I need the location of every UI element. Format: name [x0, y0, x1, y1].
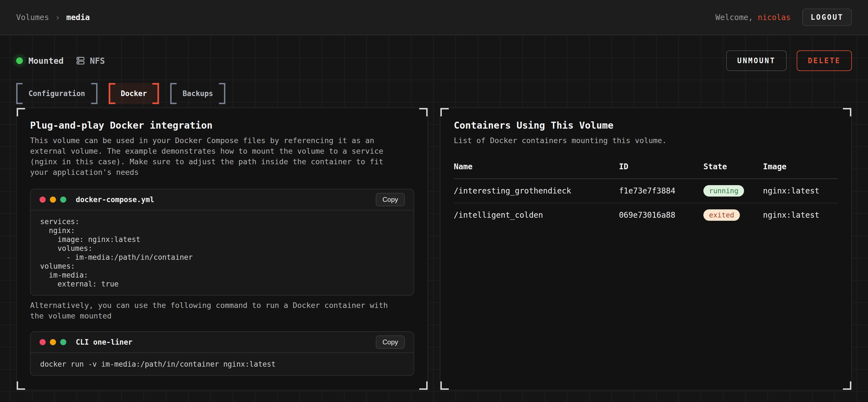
nfs-label: NFS: [90, 56, 105, 66]
containers-panel: Containers Using This Volume List of Doc…: [440, 107, 852, 390]
container-state-badge: running: [703, 185, 744, 197]
panel-corner-mark: [419, 381, 428, 390]
panel-corner-mark: [16, 107, 25, 116]
volume-actions: UNMOUNT DELETE: [726, 51, 852, 71]
username: nicolas: [758, 13, 790, 22]
container-name: /intelligent_colden: [454, 203, 619, 227]
copy-cli-button[interactable]: Copy: [376, 335, 405, 349]
containers-panel-title: Containers Using This Volume: [454, 120, 838, 131]
table-header-row: Name ID State Image: [454, 162, 838, 179]
main-content: Mounted NFS UNMOUNT DELETE Configuration…: [0, 49, 868, 390]
panel-corner-mark: [843, 107, 852, 116]
traffic-light-amber-icon: [50, 339, 56, 345]
panel-corner-mark: [440, 381, 449, 390]
breadcrumb-volumes-link[interactable]: Volumes: [16, 13, 49, 22]
compose-code-header: docker-compose.yml Copy: [31, 189, 414, 210]
container-name: /interesting_grothendieck: [454, 179, 619, 203]
panel-corner-mark: [440, 107, 449, 116]
panel-corner-mark: [419, 107, 428, 116]
tab-docker[interactable]: Docker: [108, 83, 159, 104]
logout-button[interactable]: LOGOUT: [802, 9, 852, 26]
mounted-status: Mounted: [16, 56, 63, 66]
container-id: f1e73e7f3884: [619, 179, 703, 203]
table-row: /intelligent_colden 069e73016a88 exited …: [454, 203, 838, 227]
container-image: nginx:latest: [763, 203, 838, 227]
panel-corner-mark: [843, 381, 852, 390]
status-row: Mounted NFS UNMOUNT DELETE: [16, 49, 852, 72]
panel-corner-mark: [16, 381, 25, 390]
traffic-light-green-icon: [60, 197, 66, 203]
unmount-button[interactable]: UNMOUNT: [726, 51, 787, 71]
traffic-light-red-icon: [39, 197, 46, 203]
volume-status: Mounted NFS: [16, 56, 105, 66]
mounted-label: Mounted: [28, 56, 63, 66]
mounted-status-dot-icon: [16, 57, 23, 64]
panels-container: Plug-and-play Docker integration This vo…: [16, 107, 852, 390]
compose-code-block: docker-compose.yml Copy services: nginx:…: [30, 189, 414, 296]
docker-integration-panel: Plug-and-play Docker integration This vo…: [16, 107, 428, 390]
traffic-lights: [39, 197, 66, 203]
traffic-light-amber-icon: [50, 197, 56, 203]
server-icon: [76, 56, 85, 65]
cli-code-block: CLI one-liner Copy docker run -v im-medi…: [30, 331, 414, 376]
breadcrumb: Volumes › media: [16, 12, 90, 22]
copy-compose-button[interactable]: Copy: [376, 193, 405, 206]
cli-code: docker run -v im-media:/path/in/containe…: [31, 353, 414, 375]
traffic-light-green-icon: [60, 339, 66, 345]
container-id: 069e73016a88: [619, 203, 703, 227]
column-header-id: ID: [619, 162, 703, 179]
chevron-right-icon: ›: [55, 12, 60, 22]
container-image: nginx:latest: [763, 179, 838, 203]
cli-title: CLI one-liner: [76, 338, 133, 346]
container-state-badge: exited: [703, 209, 740, 221]
topbar-right: Welcome, nicolas LOGOUT: [715, 9, 852, 26]
containers-table: Name ID State Image /interesting_grothen…: [454, 162, 838, 227]
welcome-prefix: Welcome,: [715, 13, 753, 22]
table-row: /interesting_grothendieck f1e73e7f3884 r…: [454, 179, 838, 203]
cli-code-header: CLI one-liner Copy: [31, 332, 414, 353]
delete-button[interactable]: DELETE: [797, 51, 852, 71]
containers-panel-subtitle: List of Docker containers mounting this …: [454, 135, 838, 146]
nfs-badge: NFS: [76, 56, 105, 66]
tab-bar: Configuration Docker Backups: [16, 83, 852, 104]
docker-panel-description: This volume can be used in your Docker C…: [30, 135, 414, 178]
welcome-text: Welcome, nicolas: [715, 13, 790, 22]
breadcrumb-current-volume: media: [66, 13, 90, 22]
top-bar: Volumes › media Welcome, nicolas LOGOUT: [0, 0, 868, 35]
compose-code: services: nginx: image: nginx:latest vol…: [31, 210, 414, 295]
docker-panel-title: Plug-and-play Docker integration: [30, 120, 414, 131]
cli-intro-text: Alternatively, you can use the following…: [30, 300, 414, 321]
traffic-lights: [39, 339, 66, 345]
tab-configuration[interactable]: Configuration: [16, 83, 97, 104]
tab-backups[interactable]: Backups: [170, 83, 225, 104]
column-header-name: Name: [454, 162, 619, 179]
traffic-light-red-icon: [39, 339, 46, 345]
column-header-state: State: [703, 162, 763, 179]
column-header-image: Image: [763, 162, 838, 179]
compose-filename: docker-compose.yml: [76, 195, 154, 204]
